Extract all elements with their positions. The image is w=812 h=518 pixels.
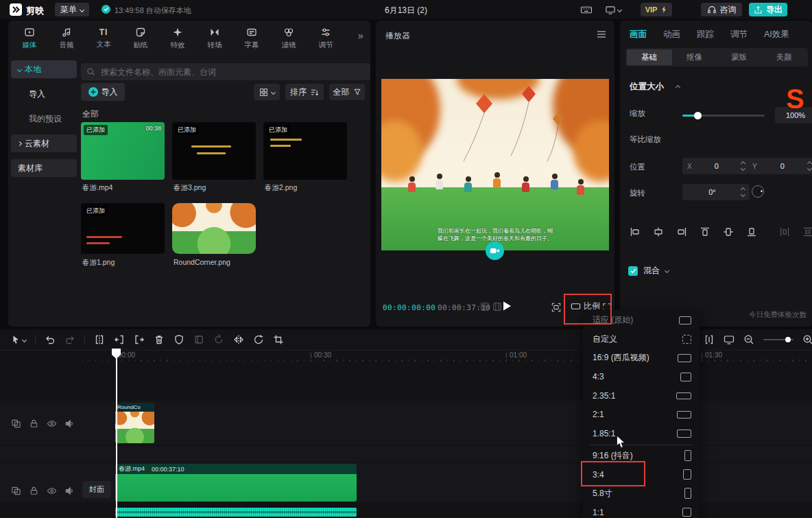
snapshot-camera-button[interactable] — [486, 242, 504, 260]
subtab-basic[interactable]: 基础 — [627, 49, 672, 65]
tab-audio[interactable]: 音频 — [48, 22, 85, 50]
import-button[interactable]: 导入 — [81, 83, 125, 101]
crop-button[interactable] — [273, 334, 284, 345]
scale-slider[interactable] — [682, 115, 765, 117]
tab-media[interactable]: 媒体 — [11, 22, 48, 50]
ratio-option-2-1[interactable]: 2:1 — [583, 405, 700, 425]
position-y-input[interactable]: Y 0 — [748, 158, 812, 174]
layout-switch-button[interactable] — [605, 5, 621, 15]
tab-adjust[interactable]: 调节 — [730, 29, 748, 40]
zoom-out-button[interactable] — [743, 334, 754, 345]
tab-effects[interactable]: 特效 — [159, 22, 196, 50]
ratio-option-1-1[interactable]: 1:1 — [583, 503, 700, 518]
zoom-slider-knob[interactable] — [785, 337, 791, 342]
align-center-h-button[interactable] — [653, 226, 664, 237]
sort-button[interactable]: 排序 — [285, 84, 324, 100]
frame-grid-icon[interactable] — [480, 302, 490, 311]
align-right-button[interactable] — [676, 226, 687, 237]
chevron-down-icon[interactable] — [665, 268, 669, 273]
distribute-h-button[interactable] — [779, 226, 790, 237]
shortcut-keyboard-icon[interactable] — [580, 5, 593, 15]
tab-tracking[interactable]: 跟踪 — [697, 29, 714, 40]
stepper-icon[interactable] — [741, 162, 745, 170]
subtab-cutout[interactable]: 抠像 — [672, 49, 717, 65]
ratio-option-1-85-1[interactable]: 1.85:1 — [583, 424, 700, 443]
ratio-option-4-3[interactable]: 4:3 — [583, 368, 700, 387]
sidebar-item-import[interactable]: 导入 — [11, 85, 77, 103]
tab-adjust[interactable]: 调节 — [307, 22, 344, 50]
align-left-button[interactable] — [630, 226, 641, 237]
tab-animation[interactable]: 动画 — [663, 29, 680, 40]
track-mute-icon[interactable] — [64, 419, 75, 429]
distribute-v-button[interactable] — [802, 226, 812, 237]
track-hide-icon[interactable] — [47, 486, 57, 496]
player-menu-icon[interactable] — [597, 30, 606, 38]
ratio-option-custom[interactable]: 自定义 — [583, 330, 700, 349]
preview-axis-toggle[interactable] — [724, 334, 735, 345]
subtab-beauty[interactable]: 美颜 — [762, 49, 807, 65]
tab-ai-effects[interactable]: AI效果 — [764, 29, 789, 40]
delete-button[interactable] — [154, 334, 165, 345]
tab-sticker[interactable]: 贴纸 — [122, 22, 159, 50]
undo-button[interactable] — [45, 334, 56, 345]
play-button[interactable] — [502, 301, 512, 311]
stepper-icon[interactable] — [741, 188, 745, 196]
clip-roundcorner[interactable]: RoundCo — [115, 403, 154, 443]
sidebar-item-local[interactable]: 本地 — [11, 60, 77, 78]
tab-text[interactable]: TI 文本 — [85, 23, 122, 49]
tab-filters[interactable]: 滤镜 — [270, 22, 307, 50]
tab-transitions[interactable]: 转场 — [196, 22, 233, 50]
position-x-input[interactable]: X 0 — [682, 158, 750, 174]
audio-waveform-strip[interactable] — [115, 508, 357, 517]
vip-button[interactable]: VIP — [641, 3, 672, 16]
redo-button[interactable] — [64, 334, 75, 345]
more-tabs-icon[interactable]: » — [358, 30, 363, 41]
sidebar-item-library[interactable]: 素材库 — [11, 159, 77, 177]
mirror-button[interactable] — [233, 334, 244, 345]
export-button[interactable]: 导出 — [749, 3, 787, 16]
stepper-icon[interactable] — [808, 162, 811, 170]
zoom-in-button[interactable] — [802, 334, 812, 345]
track-lock-icon[interactable] — [29, 419, 39, 429]
slider-knob[interactable] — [694, 112, 702, 119]
zoom-slider[interactable] — [763, 334, 793, 345]
clip-video[interactable]: 春游.mp4 00:00:37:10 — [115, 464, 357, 502]
ratio-option-2-35-1[interactable]: 2.35:1 — [583, 386, 700, 405]
track-hide-icon[interactable] — [47, 419, 57, 429]
search-input[interactable] — [99, 67, 365, 78]
sidebar-item-cloud[interactable]: 云素材 — [11, 134, 77, 152]
consult-button[interactable]: 咨询 — [701, 3, 742, 16]
reverse-button[interactable] — [213, 334, 224, 345]
snap-toggle[interactable] — [704, 334, 715, 345]
view-mode-button[interactable] — [254, 84, 280, 100]
trim-right-button[interactable] — [134, 334, 145, 345]
trim-left-button[interactable] — [114, 334, 125, 345]
freeze-frame-button[interactable] — [193, 334, 204, 345]
sidebar-item-presets[interactable]: 我的预设 — [11, 110, 77, 128]
track-overlap-icon[interactable] — [11, 419, 21, 429]
align-bottom-button[interactable] — [746, 226, 757, 237]
cover-button[interactable]: 封面 — [82, 481, 111, 498]
track-mute-icon[interactable] — [64, 486, 75, 496]
rotate-button[interactable] — [253, 334, 264, 345]
tab-captions[interactable]: 字幕 — [233, 22, 270, 50]
track-lock-icon[interactable] — [29, 486, 39, 496]
rotate-input[interactable]: 0° — [682, 184, 750, 200]
align-top-button[interactable] — [700, 226, 710, 237]
filter-button[interactable]: 全部 — [329, 84, 365, 100]
track-overlap-icon[interactable] — [11, 486, 21, 496]
select-tool-button[interactable] — [11, 335, 26, 345]
menu-button[interactable]: 菜单 — [55, 3, 89, 16]
align-center-v-button[interactable] — [723, 226, 734, 237]
mask-button[interactable] — [174, 334, 184, 345]
preview-canvas[interactable]: 我们和家长在一起玩，我们看着鸟儿在唱歌，蝴 蝶在飞舞，这是一个美好的春天和有趣的… — [381, 79, 609, 250]
frame-grid-icon[interactable] — [492, 302, 502, 311]
fit-screen-icon[interactable] — [551, 303, 561, 312]
ratio-option-5-8[interactable]: 5.8寸 — [583, 484, 700, 504]
timeline-ruler[interactable]: 01:30 — [702, 351, 722, 359]
timeline-ruler[interactable]: 00:30 — [311, 351, 331, 359]
split-button[interactable] — [94, 334, 105, 345]
collapse-chevron-icon[interactable] — [676, 85, 680, 90]
blend-checkbox[interactable] — [628, 266, 638, 276]
timeline-ruler[interactable]: 01:00 — [506, 351, 527, 359]
